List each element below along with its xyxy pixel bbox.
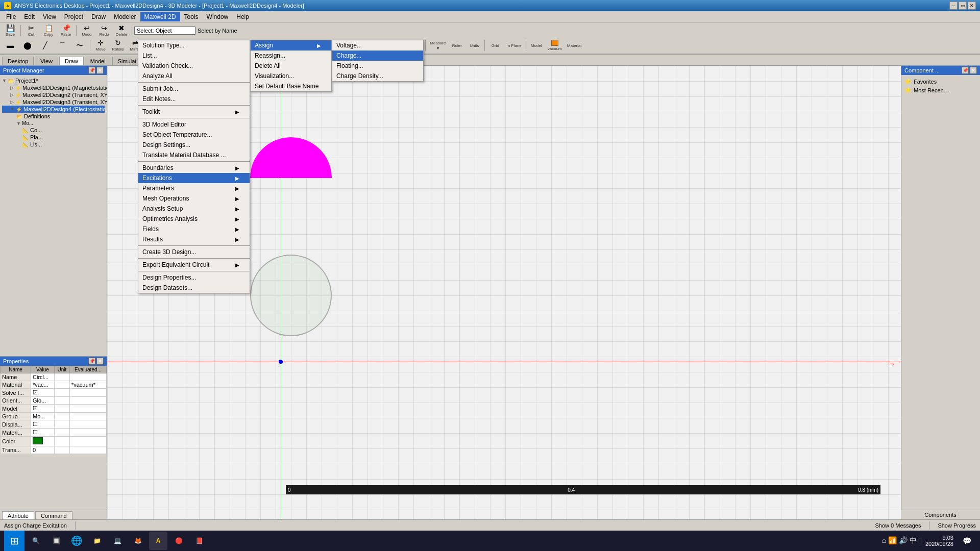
excitations-delete-all[interactable]: Delete All [251,61,331,71]
arc-button[interactable]: ⌒ [54,39,70,52]
prop-value[interactable]: ☑ [31,389,55,397]
ruler-button[interactable]: Ruler [449,39,465,52]
tree-design1[interactable]: ▷ ⚡ Maxwell2DDesign1 (Magnetostatic, XY) [2,84,105,91]
spline-button[interactable]: 〜 [71,39,88,52]
most-recent-item[interactable]: ⭐ Most Recen... [903,86,978,94]
menu-modeler[interactable]: Modeler [110,12,140,21]
menu-translate-material[interactable]: Translate Material Database ... [138,150,250,160]
circle-shape[interactable] [250,255,332,336]
app1-taskbar[interactable]: 💻 [108,532,127,550]
rotate-button[interactable]: ↻ Rotate [110,39,126,52]
excitations-visualization[interactable]: Visualization... [251,71,331,81]
firefox-taskbar[interactable]: 🦊 [129,532,147,550]
tree-project1[interactable]: ▼ 📁 Project1* [2,77,105,84]
copy-button[interactable]: 📋 Copy [40,24,57,37]
tree-co[interactable]: 📐 Co... [2,127,105,134]
tree-model[interactable]: ▼ Mo... [2,120,105,127]
menu-window[interactable]: Window [203,12,233,21]
pin-button[interactable]: 📌 [88,67,95,74]
show-progress[interactable]: Show Progress [938,522,976,529]
menu-project[interactable]: Project [60,12,87,21]
menu-validation-check[interactable]: Validation Check... [138,61,250,71]
grid-button[interactable]: Grid [487,39,503,52]
menu-submit-job[interactable]: Submit Job... [138,84,250,94]
menu-edit[interactable]: Edit [20,12,39,21]
prop-value[interactable]: ☑ [31,405,55,413]
assign-voltage[interactable]: Voltage... [332,40,423,51]
menu-analysis-setup[interactable]: Analysis Setup ▶ [138,204,250,214]
prop-value[interactable]: Glo... [31,397,55,405]
tree-pla[interactable]: 📐 Pla... [2,134,105,141]
menu-boundaries[interactable]: Boundaries ▶ [138,163,250,173]
excitations-assign[interactable]: Assign ▶ [251,40,331,51]
assign-charge[interactable]: Charge... [332,51,423,61]
tree-definitions[interactable]: 📂 Definitions [2,113,105,120]
app3-taskbar[interactable]: 🔴 [169,532,188,550]
explorer-taskbar[interactable]: 📁 [88,532,106,550]
units-button[interactable]: Units [466,39,482,52]
in-plane-button[interactable]: In Plane [504,39,523,52]
paste-button[interactable]: 📌 Paste [58,24,74,37]
tree-design3[interactable]: ▷ ⚡ Maxwell2DDesign3 (Transient, XY) [2,98,105,106]
rect-button[interactable]: ▬ [2,39,18,52]
minimize-button[interactable]: ─ [949,2,958,10]
menu-view[interactable]: View [39,12,60,21]
ansys-taskbar[interactable]: A [149,532,167,550]
edge-taskbar[interactable]: 🌐 [67,532,86,550]
menu-3d-model-editor[interactable]: 3D Model Editor [138,119,250,130]
menu-fields[interactable]: Fields ▶ [138,224,250,234]
tab-draw[interactable]: Draw [59,57,84,65]
menu-file[interactable]: File [2,12,20,21]
tree-design4[interactable]: ▼ ⚡ Maxwell2DDesign4 (Electrostatic, XY)… [2,106,105,113]
favorites-item[interactable]: ⭐ Favorites [903,77,978,86]
tab-model[interactable]: Model [85,57,111,65]
menu-results[interactable]: Results ▶ [138,234,250,244]
props-close-button[interactable]: ✕ [96,358,104,365]
line-button[interactable]: ╱ [37,39,53,52]
select-object-input[interactable] [134,27,195,35]
menu-export-circuit[interactable]: Export Equivalent Circuit ▶ [138,260,250,270]
redo-button[interactable]: ↪ Redo [96,24,112,37]
show-messages[interactable]: Show 0 Messages [875,522,921,529]
tree-lis[interactable]: 📐 Lis... [2,141,105,148]
move-button[interactable]: ✛ Move [92,39,109,52]
measure-button[interactable]: Measure ▾ [428,39,448,52]
delete-button[interactable]: ✖ Delete [113,24,130,37]
props-pin-button[interactable]: 📌 [88,358,95,365]
vacuum-button[interactable]: vacuum [546,39,564,52]
prop-value[interactable]: *vac... [31,381,55,389]
restore-button[interactable]: ▭ [959,2,967,10]
start-button[interactable]: ⊞ [4,531,24,551]
menu-list[interactable]: List... [138,51,250,61]
menu-draw[interactable]: Draw [87,12,110,21]
menu-parameters[interactable]: Parameters ▶ [138,183,250,193]
menu-mesh-operations[interactable]: Mesh Operations ▶ [138,193,250,204]
prop-value[interactable]: ☐ [31,429,55,437]
cut-button[interactable]: ✂ Cut [23,24,39,37]
close-panel-button[interactable]: ✕ [96,67,104,74]
assign-floating[interactable]: Floating... [332,61,423,71]
tree-design2[interactable]: ▷ ⚡ Maxwell2DDesign2 (Transient, XY) [2,91,105,98]
prop-value[interactable]: Mo... [31,413,55,420]
tab-desktop[interactable]: Desktop [2,57,34,65]
tab-view[interactable]: View [35,57,58,65]
menu-maxwell2d[interactable]: Maxwell 2D [140,12,180,21]
ellipse-button[interactable]: ⬤ [19,39,36,52]
menu-help[interactable]: Help [232,12,253,21]
attr-tab-attribute[interactable]: Attribute [2,511,34,520]
notification-icon[interactable]: 💬 [958,532,976,550]
prop-value[interactable]: Circl... [31,373,55,381]
menu-set-obj-temp[interactable]: Set Object Temperature... [138,130,250,140]
attr-tab-command[interactable]: Command [35,511,72,520]
menu-analyze-all[interactable]: Analyze All [138,71,250,81]
comp-pin-button[interactable]: 📌 [962,67,969,74]
model-button[interactable]: Model [528,39,545,52]
material-button[interactable]: Material [565,39,583,52]
prop-value[interactable]: ☐ [31,420,55,429]
menu-toolkit[interactable]: Toolkit ▶ [138,107,250,117]
menu-design-props[interactable]: Design Properties... [138,272,250,283]
components-tab-label[interactable]: Components [901,510,980,519]
excitations-set-default[interactable]: Set Default Base Name [251,81,331,91]
undo-button[interactable]: ↩ Undo [79,24,95,37]
assign-charge-density[interactable]: Charge Density... [332,71,423,81]
